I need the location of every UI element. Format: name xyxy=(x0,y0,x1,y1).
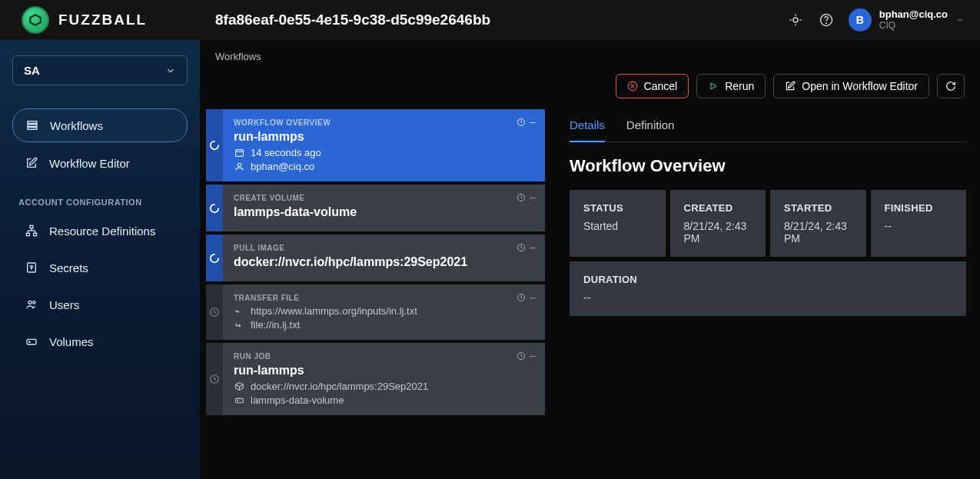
step-workflow-overview[interactable]: -- WORKFLOW OVERVIEW run-lammps 14 secon… xyxy=(206,109,545,181)
tab-details[interactable]: Details xyxy=(570,109,605,142)
info-label: STATUS xyxy=(583,202,652,214)
users-icon xyxy=(25,298,38,311)
sidebar-item-label: Users xyxy=(49,298,79,311)
svg-line-43 xyxy=(239,384,243,387)
sidebar-item-label: Secrets xyxy=(49,261,88,274)
org-selector[interactable]: SA xyxy=(12,55,188,85)
clock-icon xyxy=(517,243,526,252)
svg-point-22 xyxy=(33,301,35,304)
disk-icon xyxy=(25,334,38,348)
step-meta-text: https://www.lammps.org/inputs/in.lj.txt xyxy=(251,305,417,317)
sitemap-icon xyxy=(25,224,38,238)
step-create-volume[interactable]: -- CREATE VOLUME lammps-data-volume xyxy=(206,185,545,231)
svg-rect-23 xyxy=(27,339,36,344)
workflows-icon xyxy=(25,118,39,132)
info-value: 8/21/24, 2:43 PM xyxy=(784,220,852,244)
info-label: FINISHED xyxy=(885,202,953,214)
sidebar-item-volumes[interactable]: Volumes xyxy=(12,325,188,358)
svg-point-7 xyxy=(826,22,826,23)
refresh-icon xyxy=(945,81,956,91)
top-header: FUZZBALL 8fa86eaf-0e55-4e15-9c38-d5c99e2… xyxy=(0,0,980,40)
chevron-down-icon xyxy=(165,65,176,76)
user-menu[interactable]: B bphan@ciq.co CIQ xyxy=(849,8,965,32)
brand-name: FUZZBALL xyxy=(58,12,147,28)
svg-point-34 xyxy=(238,163,241,166)
tab-definition[interactable]: Definition xyxy=(626,109,675,142)
svg-rect-8 xyxy=(28,121,37,124)
sidebar-item-label: Volumes xyxy=(49,335,94,348)
panel-heading: Workflow Overview xyxy=(570,156,966,176)
step-timer: -- xyxy=(517,292,536,303)
brand-logo-icon xyxy=(22,6,49,34)
help-icon[interactable] xyxy=(818,12,835,28)
step-status-icon xyxy=(206,343,223,415)
step-title: run-lammps xyxy=(234,364,534,378)
svg-rect-12 xyxy=(26,233,29,235)
info-value: Started xyxy=(583,220,652,232)
svg-rect-13 xyxy=(34,233,37,235)
page-title: 8fa86eaf-0e55-4e15-9c38-d5c99e2646bb xyxy=(215,12,490,28)
sidebar-item-label: Resource Definitions xyxy=(49,225,155,238)
steps-list: -- WORKFLOW OVERVIEW run-lammps 14 secon… xyxy=(206,109,548,479)
step-meta-text: lammps-data-volume xyxy=(251,394,344,406)
step-timer: -- xyxy=(517,351,536,361)
svg-line-42 xyxy=(235,384,239,387)
info-label: CREATED xyxy=(684,202,752,214)
sidebar-item-secrets[interactable]: Secrets xyxy=(12,251,188,284)
svg-rect-11 xyxy=(30,225,33,228)
info-label: STARTED xyxy=(784,202,852,214)
svg-rect-10 xyxy=(28,128,37,130)
chevron-down-icon xyxy=(955,15,965,25)
svg-point-19 xyxy=(31,265,33,268)
step-type: WORKFLOW OVERVIEW xyxy=(234,118,534,127)
svg-point-46 xyxy=(237,401,238,401)
download-icon xyxy=(234,306,244,317)
main-content: Workflows Cancel Rerun Open in Workflow … xyxy=(200,40,980,479)
org-selector-value: SA xyxy=(24,64,40,77)
svg-rect-45 xyxy=(235,398,243,402)
step-timer: -- xyxy=(517,192,536,203)
open-in-editor-button[interactable]: Open in Workflow Editor xyxy=(773,74,929,98)
step-title: lammps-data-volume xyxy=(234,205,534,219)
sidebar-item-label: Workflow Editor xyxy=(49,157,130,170)
sidebar-item-workflows[interactable]: Workflows xyxy=(12,108,188,142)
info-value: -- xyxy=(583,291,952,304)
svg-point-24 xyxy=(29,341,30,342)
info-card-created: CREATED 8/21/24, 2:43 PM xyxy=(670,190,766,257)
svg-marker-28 xyxy=(711,83,716,89)
step-type: RUN JOB xyxy=(234,352,534,361)
calendar-icon xyxy=(234,148,244,158)
step-type: PULL IMAGE xyxy=(234,244,534,252)
rerun-button[interactable]: Rerun xyxy=(696,74,766,98)
user-org: CIQ xyxy=(879,20,948,31)
clock-icon xyxy=(517,293,526,302)
step-type: TRANSFER FILE xyxy=(234,294,534,302)
action-bar: Cancel Rerun Open in Workflow Editor xyxy=(200,66,980,109)
sidebar-item-label: Workflows xyxy=(50,119,103,132)
step-status-icon xyxy=(206,185,223,231)
svg-rect-30 xyxy=(235,150,243,157)
theme-toggle-icon[interactable] xyxy=(787,12,804,28)
breadcrumb[interactable]: Workflows xyxy=(200,40,980,66)
sidebar-item-users[interactable]: Users xyxy=(12,288,188,321)
refresh-button[interactable] xyxy=(937,74,965,98)
step-run-job[interactable]: -- RUN JOB run-lammps docker://nvcr.io/h… xyxy=(206,343,545,415)
step-pull-image[interactable]: -- PULL IMAGE docker://nvcr.io/hpc/lammp… xyxy=(206,235,545,281)
step-timer: -- xyxy=(517,117,536,128)
step-type: CREATE VOLUME xyxy=(234,194,534,202)
cancel-icon xyxy=(627,81,638,91)
sidebar-item-resource-definitions[interactable]: Resource Definitions xyxy=(12,215,188,247)
key-icon xyxy=(25,261,38,274)
cancel-button[interactable]: Cancel xyxy=(616,74,689,98)
info-card-duration: DURATION -- xyxy=(570,261,966,316)
edit-icon xyxy=(25,156,38,170)
sidebar-item-workflow-editor[interactable]: Workflow Editor xyxy=(12,147,188,179)
step-transfer-file[interactable]: -- TRANSFER FILE https://www.lammps.org/… xyxy=(206,284,545,340)
clock-icon xyxy=(517,351,526,361)
svg-point-1 xyxy=(793,18,798,22)
sidebar: SA Workflows Workflow Editor ACCOUNT CON… xyxy=(0,40,200,479)
header-right: B bphan@ciq.co CIQ xyxy=(787,8,965,32)
avatar: B xyxy=(849,8,872,32)
info-label: DURATION xyxy=(583,274,952,285)
svg-marker-0 xyxy=(30,15,41,25)
